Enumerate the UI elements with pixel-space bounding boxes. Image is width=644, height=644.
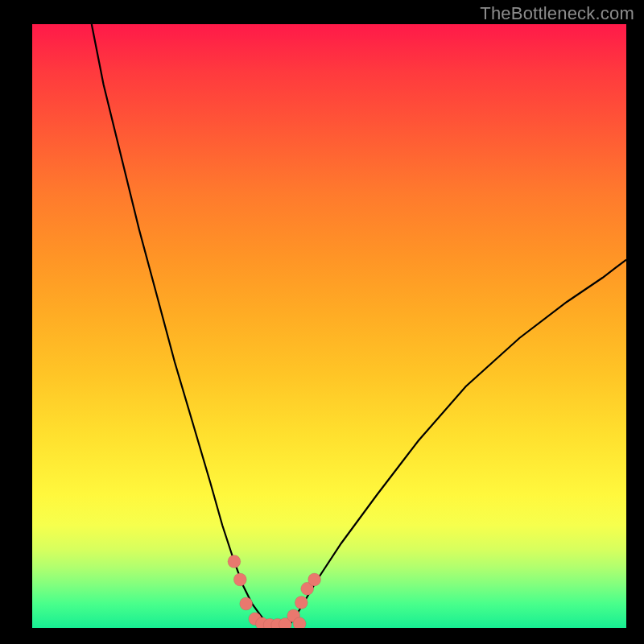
- marker-point: [240, 597, 253, 610]
- curves-layer: [32, 24, 626, 628]
- marker-point: [228, 555, 241, 568]
- marker-point: [233, 573, 246, 586]
- curve-right-curve: [287, 260, 626, 629]
- marker-point: [308, 573, 321, 586]
- marker-point: [295, 597, 308, 609]
- plot-area: [32, 24, 626, 628]
- chart-frame: TheBottleneck.com: [0, 0, 644, 644]
- curve-left-curve: [92, 24, 270, 628]
- watermark-text: TheBottleneck.com: [480, 3, 634, 24]
- marker-point: [293, 617, 306, 628]
